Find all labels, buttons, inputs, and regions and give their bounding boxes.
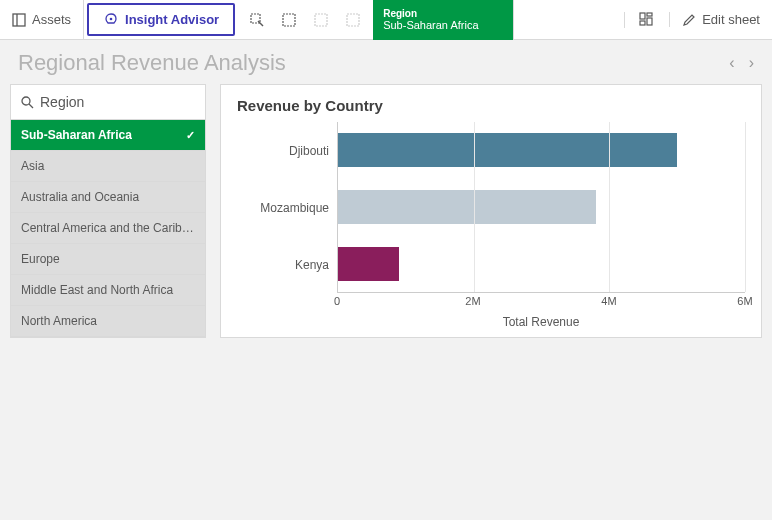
prev-sheet-icon[interactable]: ‹ (729, 54, 734, 72)
filter-search-row[interactable]: Region (11, 85, 205, 120)
chart-x-tick: 6M (737, 295, 752, 307)
selection-pill-value: Sub-Saharan Africa (383, 19, 495, 31)
filter-panel: Region Sub-Saharan AfricaAsiaAustralia a… (10, 84, 206, 338)
sheets-icon (639, 12, 655, 28)
filter-item[interactable]: Middle East and North Africa (11, 275, 205, 306)
smart-search-icon[interactable] (241, 0, 273, 40)
assets-icon (12, 13, 26, 27)
edit-sheet-label: Edit sheet (702, 12, 760, 27)
selection-pill-label: Region (383, 8, 495, 19)
chart-x-tick: 2M (465, 295, 480, 307)
svg-rect-6 (315, 14, 327, 26)
top-toolbar: Assets Insight Advisor Region Sub-Sahara… (0, 0, 772, 40)
selection-pill-region[interactable]: Region Sub-Saharan Africa (373, 0, 513, 40)
svg-rect-0 (13, 14, 25, 26)
step-back-icon[interactable] (305, 0, 337, 40)
title-row: Regional Revenue Analysis ‹ › (0, 40, 772, 84)
step-forward-icon[interactable] (337, 0, 369, 40)
insight-icon (103, 12, 119, 28)
svg-rect-10 (640, 21, 645, 25)
chart-x-tick: 0 (334, 295, 340, 307)
pencil-icon (682, 13, 696, 27)
filter-item[interactable]: Central America and the Carib… (11, 213, 205, 244)
insight-advisor-button[interactable]: Insight Advisor (87, 3, 235, 36)
insight-label: Insight Advisor (125, 12, 219, 27)
filter-item[interactable]: Sub-Saharan Africa (11, 120, 205, 151)
filter-item[interactable]: Europe (11, 244, 205, 275)
filter-item[interactable]: Asia (11, 151, 205, 182)
chart-bar[interactable] (338, 133, 677, 167)
svg-point-12 (22, 97, 30, 105)
chart-plot-area[interactable] (337, 122, 745, 293)
svg-point-2 (110, 17, 113, 20)
page-title: Regional Revenue Analysis (18, 50, 286, 76)
svg-rect-11 (647, 18, 652, 25)
edit-sheet-button[interactable]: Edit sheet (669, 12, 772, 27)
assets-label: Assets (32, 12, 71, 27)
sheet-nav: ‹ › (729, 54, 754, 72)
selection-tool-group: Region Sub-Saharan Africa (241, 0, 514, 39)
assets-button[interactable]: Assets (0, 0, 84, 39)
svg-rect-9 (647, 13, 652, 16)
svg-rect-8 (640, 13, 645, 19)
chart-x-axis: 02M4M6M (337, 293, 745, 309)
chart-bar[interactable] (338, 190, 596, 224)
filter-field-label: Region (40, 94, 84, 110)
chart-x-label: Total Revenue (337, 309, 745, 329)
chart-category-label: Kenya (237, 236, 337, 293)
chart-category-label: Mozambique (237, 179, 337, 236)
content-area: Region Sub-Saharan AfricaAsiaAustralia a… (0, 84, 772, 348)
next-sheet-icon[interactable]: › (749, 54, 754, 72)
chart-bar[interactable] (338, 247, 399, 281)
chart-x-tick: 4M (601, 295, 616, 307)
chart-title: Revenue by Country (237, 97, 745, 114)
filter-item[interactable]: North America (11, 306, 205, 337)
chart-panel: Revenue by Country DjiboutiMozambiqueKen… (220, 84, 762, 338)
chart-body: DjiboutiMozambiqueKenya (237, 122, 745, 293)
chart-category-label: Djibouti (237, 122, 337, 179)
filter-item[interactable]: Australia and Oceania (11, 182, 205, 213)
svg-rect-7 (347, 14, 359, 26)
svg-rect-5 (283, 14, 295, 26)
search-icon (21, 96, 34, 109)
svg-line-13 (29, 104, 33, 108)
selections-tool-icon[interactable] (273, 0, 305, 40)
sheets-button[interactable] (624, 12, 669, 28)
